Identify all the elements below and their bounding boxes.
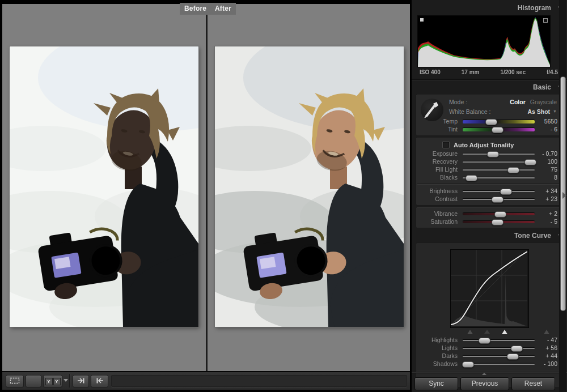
contrast-slider[interactable] xyxy=(463,196,535,202)
highlights-value: - 47 xyxy=(535,336,557,343)
contrast-slider-handle[interactable] xyxy=(492,197,503,203)
presence-section: Vibrance + 2 Saturation - 5 xyxy=(416,207,563,228)
slider-track xyxy=(463,348,535,349)
auto-adjust-checkbox[interactable] xyxy=(442,141,450,148)
slider-track xyxy=(463,340,535,341)
grid-view-button[interactable] xyxy=(6,375,24,387)
tint-label: Tint xyxy=(421,126,463,133)
slider-track xyxy=(463,169,535,171)
fill-light-slider[interactable] xyxy=(463,167,535,173)
toolbar-extension-area xyxy=(111,375,407,387)
vibrance-slider-handle[interactable] xyxy=(494,211,506,218)
white-balance-eyedropper[interactable] xyxy=(421,99,443,121)
panel-hide-arrow-icon[interactable] xyxy=(562,192,566,199)
tone-curve-section: Highlights - 47 Lights + 56 Darks + 44 xyxy=(416,242,563,387)
blacks-slider-handle[interactable] xyxy=(466,175,477,181)
loupe-view-button[interactable] xyxy=(26,375,41,387)
highlights-slider-row: Highlights - 47 xyxy=(416,336,562,344)
temp-slider-handle[interactable] xyxy=(485,119,497,125)
lights-range-triangle[interactable] xyxy=(502,330,507,334)
shadows-value: - 100 xyxy=(535,360,557,367)
tint-slider[interactable] xyxy=(463,126,535,133)
highlight-clipping-indicator[interactable] xyxy=(543,18,548,23)
white-balance-section: Mode : Color Grayscale White Balance : A… xyxy=(416,94,563,136)
darks-value: + 44 xyxy=(535,352,557,359)
fill-light-value: 75 xyxy=(535,166,557,173)
contrast-label: Contrast xyxy=(421,195,463,202)
develop-right-panel: Histogram ▼ ISO 400 17 mm 1/200 sec f/4.… xyxy=(412,0,567,392)
blacks-label: Blacks xyxy=(421,174,463,181)
arrow-right-bar-icon xyxy=(77,376,85,386)
saturation-slider-handle[interactable] xyxy=(492,219,503,225)
after-photo[interactable] xyxy=(215,46,404,327)
vibrance-slider-row: Vibrance + 2 xyxy=(416,210,562,218)
histogram-title: Histogram xyxy=(518,4,551,12)
lights-slider[interactable] xyxy=(463,345,535,351)
vibrance-slider[interactable] xyxy=(463,211,535,217)
previous-button[interactable]: Previous xyxy=(460,377,509,390)
highlights-slider[interactable] xyxy=(463,337,535,343)
shadows-slider-row: Shadows - 100 xyxy=(416,360,562,368)
tone-curve-title: Tone Curve xyxy=(514,232,551,240)
copy-before-to-after-button[interactable] xyxy=(73,375,89,387)
sync-button[interactable]: Sync xyxy=(414,377,458,390)
yy-icon: Y xyxy=(53,378,61,385)
before-after-mode-caret[interactable] xyxy=(64,379,68,382)
reset-button[interactable]: Reset xyxy=(511,377,555,390)
before-after-view-button[interactable]: YY xyxy=(43,375,62,387)
mode-color-option[interactable]: Color xyxy=(510,99,525,105)
mode-grayscale-option[interactable]: Grayscale xyxy=(530,99,557,105)
histogram-panel-header[interactable]: Histogram ▼ xyxy=(412,2,567,14)
brightness-slider-row: Brightness + 34 xyxy=(416,187,562,195)
histogram-display[interactable] xyxy=(417,15,551,67)
saturation-slider[interactable] xyxy=(463,219,535,225)
section-divider xyxy=(417,184,561,185)
before-photo[interactable] xyxy=(10,46,198,327)
aperture-value: f/4.5 xyxy=(547,69,558,75)
contrast-slider-row: Contrast + 23 xyxy=(416,195,562,203)
temp-slider[interactable] xyxy=(463,118,535,125)
lights-value: + 56 xyxy=(535,344,557,351)
fill-light-slider-handle[interactable] xyxy=(507,167,519,173)
dropdown-triangle-icon[interactable]: ▼ xyxy=(553,109,557,113)
after-label: After xyxy=(210,3,236,15)
vibrance-label: Vibrance xyxy=(421,210,463,217)
dashed-rect-icon xyxy=(10,376,20,386)
darks-range-triangle[interactable] xyxy=(484,330,490,334)
recovery-slider-row: Recovery 100 xyxy=(416,157,562,165)
brightness-slider[interactable] xyxy=(463,188,535,194)
tint-value: - 6 xyxy=(535,126,557,133)
recovery-slider[interactable] xyxy=(463,159,535,165)
lights-slider-handle[interactable] xyxy=(511,346,523,352)
panel-collapse-up-icon[interactable] xyxy=(482,373,486,375)
tone-curve-panel-header[interactable]: Tone Curve ▼ xyxy=(412,230,567,241)
highlights-range-triangle[interactable] xyxy=(544,330,549,334)
exposure-slider[interactable] xyxy=(463,151,535,157)
exposure-value: - 0.70 xyxy=(535,150,557,157)
basic-panel-header[interactable]: Basic ▼ xyxy=(412,82,567,93)
exposure-slider-handle[interactable] xyxy=(487,151,499,157)
shadows-slider-handle[interactable] xyxy=(462,361,474,368)
saturation-value: - 5 xyxy=(535,218,557,225)
exposure-label: Exposure xyxy=(421,150,463,157)
slider-track xyxy=(463,161,535,163)
contrast-value: + 23 xyxy=(535,195,557,202)
tone-curve-graph[interactable] xyxy=(450,249,529,328)
temp-value: 5650 xyxy=(535,118,557,125)
tint-slider-handle[interactable] xyxy=(492,127,503,133)
shadow-clipping-indicator[interactable] xyxy=(420,18,424,22)
brightness-slider-handle[interactable] xyxy=(500,189,512,195)
darks-slider[interactable] xyxy=(463,353,535,359)
copy-after-to-before-button[interactable] xyxy=(91,375,108,387)
recovery-slider-handle[interactable] xyxy=(524,159,536,165)
view-toolbar: YY xyxy=(2,372,410,390)
auto-adjust-label: Auto Adjust Tonality xyxy=(454,142,514,148)
shadows-range-triangle[interactable] xyxy=(467,330,473,334)
blacks-slider[interactable] xyxy=(463,174,535,181)
shadows-slider[interactable] xyxy=(463,361,535,367)
highlights-slider-handle[interactable] xyxy=(479,338,490,344)
darks-slider-handle[interactable] xyxy=(507,353,519,360)
compare-canvas: Before After xyxy=(2,4,410,371)
white-balance-value[interactable]: As Shot xyxy=(527,108,550,115)
brightness-value: + 34 xyxy=(535,188,557,194)
